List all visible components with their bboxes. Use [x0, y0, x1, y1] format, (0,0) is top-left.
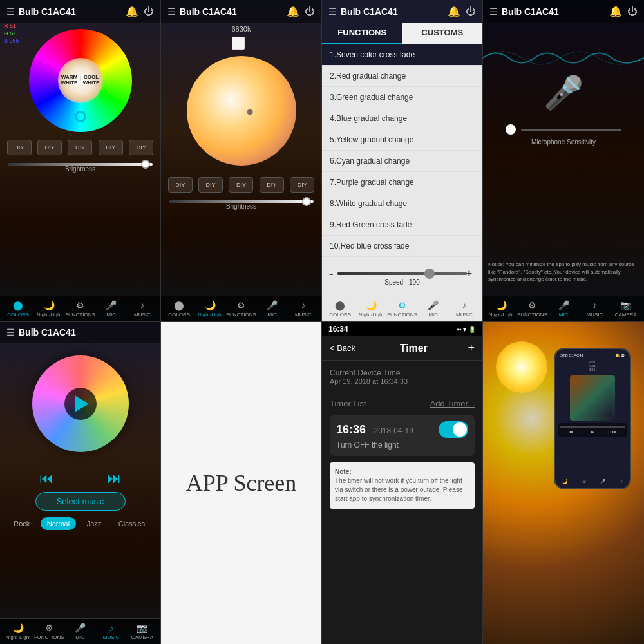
- func-item-3[interactable]: 3.Green gradual change: [322, 87, 482, 108]
- rewind-button[interactable]: ⏮: [39, 470, 53, 487]
- night-light-circle[interactable]: [187, 56, 296, 166]
- nav-mic-5[interactable]: 🎤 MIC: [64, 623, 95, 640]
- nav-camera-4[interactable]: 📷 CAMERA: [611, 300, 641, 317]
- nav-functions-3[interactable]: ⚙ FUNCTIONS: [386, 300, 417, 317]
- brightness-thumb[interactable]: [141, 160, 150, 169]
- panel-4-title: Bulb C1AC41: [502, 6, 609, 17]
- nav-mic-3[interactable]: 🎤 MIC: [418, 300, 449, 317]
- func-item-10[interactable]: 10.Red blue cross fade: [322, 236, 482, 257]
- back-button[interactable]: < Back: [330, 343, 355, 353]
- forward-button[interactable]: ⏭: [107, 470, 121, 487]
- nightlight-icon-3: 🌙: [366, 300, 377, 310]
- nav-mic-4[interactable]: 🎤 MIC: [548, 300, 579, 317]
- play-button[interactable]: [75, 395, 89, 412]
- diy-btn-4[interactable]: DIY: [99, 140, 123, 155]
- nav-nightlight-1[interactable]: 🌙 Night-Light: [33, 300, 64, 317]
- nav-nightlight-3[interactable]: 🌙 Night-Light: [355, 300, 386, 317]
- nav-mic-1[interactable]: 🎤 MIC: [96, 300, 127, 317]
- diy-btn-2-3[interactable]: DIY: [229, 177, 253, 193]
- alarm-icon[interactable]: 🔔: [126, 5, 138, 17]
- genre-classical[interactable]: Classical: [112, 517, 153, 530]
- tab-customs[interactable]: CUSTOMS: [402, 23, 483, 44]
- tab-functions[interactable]: FUNCTIONS: [322, 23, 402, 44]
- power-icon-2[interactable]: ⏻: [305, 6, 315, 17]
- nav-nightlight-4[interactable]: 🌙 Night-Light: [486, 300, 516, 317]
- diy-btn-1[interactable]: DIY: [7, 140, 32, 155]
- func-item-8[interactable]: 8.White gradual chage: [322, 193, 482, 214]
- diy-btn-2-5[interactable]: DIY: [290, 177, 314, 193]
- func-item-2[interactable]: 2.Red gradual change: [322, 66, 482, 87]
- music-disc[interactable]: [32, 355, 129, 452]
- nav-music-4[interactable]: ♪ MUSIC: [579, 300, 610, 317]
- brightness-slider-2[interactable]: [169, 200, 314, 203]
- color-wheel-container[interactable]: WARMWHITE | COOLWHITE: [0, 29, 160, 132]
- nav-colors[interactable]: ⬤ COLORS: [3, 300, 33, 317]
- func-item-11[interactable]: 11.Green blue cross fade: [322, 257, 482, 263]
- func-item-1[interactable]: 1.Seven color cross fade: [322, 44, 482, 66]
- diy-btn-2-4[interactable]: DIY: [260, 177, 284, 193]
- toggle-knob: [453, 422, 467, 437]
- nav-music-2[interactable]: ♪ MUSIC: [288, 300, 319, 317]
- nav-functions-5[interactable]: ⚙ FUNCTIONS: [33, 623, 64, 640]
- func-item-6[interactable]: 6.Cyan gradual change: [322, 151, 482, 172]
- alarm-icon-2[interactable]: 🔔: [287, 5, 299, 17]
- mic-sensitivity-slider[interactable]: [506, 124, 621, 135]
- diy-btn-2-2[interactable]: DIY: [198, 177, 223, 193]
- mic-slider-dot[interactable]: [506, 124, 516, 135]
- nav-functions-4[interactable]: ⚙ FUNCTIONS: [516, 300, 547, 317]
- color-wheel[interactable]: WARMWHITE | COOLWHITE: [29, 29, 132, 132]
- select-music-button[interactable]: Select music: [35, 492, 126, 511]
- menu-icon-5[interactable]: ☰: [6, 327, 15, 337]
- wheel-cursor[interactable]: [75, 111, 86, 122]
- nav-nightlight-5[interactable]: 🌙 Night-Light: [3, 623, 33, 640]
- functions-icon-3: ⚙: [398, 300, 406, 310]
- brightness-thumb-2[interactable]: [302, 197, 311, 206]
- nav-music-5[interactable]: ♪ MUSIC: [96, 623, 127, 640]
- music-nav-icon-4: ♪: [592, 300, 597, 310]
- power-icon-4[interactable]: ⏻: [627, 6, 638, 17]
- func-item-9[interactable]: 9.Red Green cross fade: [322, 214, 482, 236]
- genre-jazz[interactable]: Jazz: [80, 517, 108, 530]
- nav-functions-2[interactable]: ⚙ FUNCTIONS: [225, 300, 256, 317]
- speed-slider[interactable]: - +: [337, 272, 467, 275]
- speed-plus[interactable]: +: [466, 268, 472, 279]
- func-item-5[interactable]: 5.Yellow gradual change: [322, 129, 482, 151]
- nav-nightlight-2[interactable]: 🌙 Night-Light: [194, 300, 225, 317]
- nav-music-3[interactable]: ♪ MUSIC: [449, 300, 480, 317]
- music-nav-icon: ♪: [140, 300, 144, 310]
- nav-mic-2[interactable]: 🎤 MIC: [257, 300, 288, 317]
- alarm-icon-3[interactable]: 🔔: [448, 5, 460, 17]
- menu-icon-3[interactable]: ☰: [328, 6, 337, 17]
- menu-icon[interactable]: ☰: [6, 6, 15, 17]
- color-swatch[interactable]: [232, 37, 245, 50]
- power-icon[interactable]: ⏻: [144, 6, 154, 17]
- genre-normal[interactable]: Normal: [41, 517, 76, 530]
- brightness-slider[interactable]: [8, 163, 153, 166]
- speed-minus[interactable]: -: [330, 268, 333, 279]
- nav-colors-label: COLORS: [7, 312, 29, 317]
- nav-music-1[interactable]: ♪ MUSIC: [127, 300, 158, 317]
- timer-toggle[interactable]: [439, 421, 468, 438]
- menu-icon-4[interactable]: ☰: [489, 6, 498, 17]
- music-nav-icon-5: ♪: [109, 623, 113, 633]
- speed-thumb[interactable]: [424, 269, 435, 279]
- nav-functions-1[interactable]: ⚙ FUNCTIONS: [64, 300, 95, 317]
- power-icon-3[interactable]: ⏻: [466, 6, 476, 17]
- nav-colors-2[interactable]: ⬤ COLORS: [164, 300, 194, 317]
- diy-btn-3[interactable]: DIY: [68, 140, 92, 155]
- nav-camera-5[interactable]: 📷 CAMERA: [127, 623, 158, 640]
- add-timer-button[interactable]: Add Timer...: [430, 399, 475, 408]
- nav-colors-3[interactable]: ⬤ COLORS: [325, 300, 355, 317]
- menu-icon-2[interactable]: ☰: [167, 6, 176, 17]
- diy-btn-2[interactable]: DIY: [37, 140, 62, 155]
- timer-list-header: Timer List Add Timer...: [330, 399, 475, 408]
- add-timer-nav-button[interactable]: +: [468, 341, 475, 355]
- mic-slider-line[interactable]: [521, 129, 621, 131]
- alarm-icon-4[interactable]: 🔔: [609, 5, 622, 17]
- func-item-7[interactable]: 7.Purple gradual change: [322, 172, 482, 193]
- genre-rock[interactable]: Rock: [7, 517, 36, 530]
- diy-btn-5[interactable]: DIY: [129, 140, 153, 155]
- diy-btn-2-1[interactable]: DIY: [168, 177, 193, 193]
- night-dot[interactable]: [247, 109, 253, 115]
- func-item-4[interactable]: 4.Blue gradual change: [322, 108, 482, 129]
